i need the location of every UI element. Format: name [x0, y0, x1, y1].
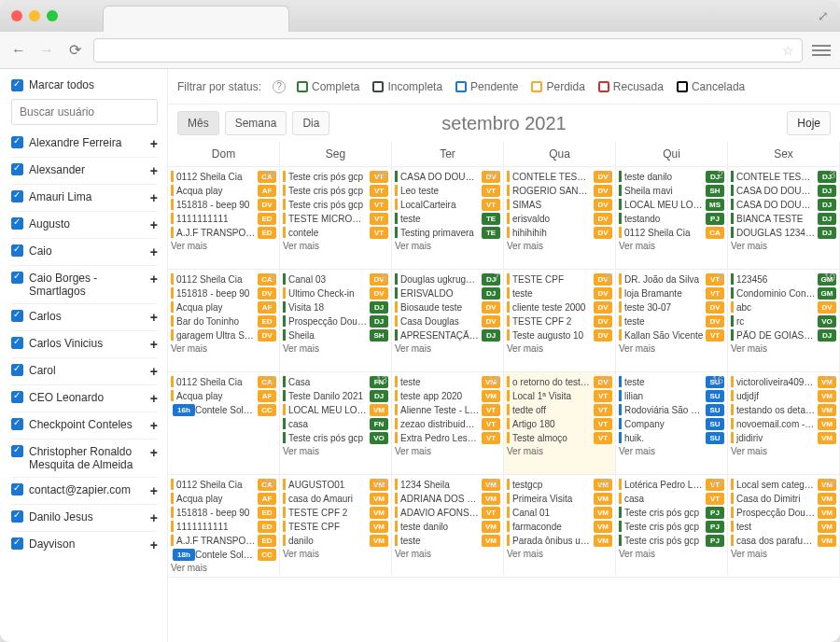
calendar-event[interactable]: LocalCarteiraVT: [395, 198, 500, 211]
calendar-event[interactable]: Condominio ConteleGM: [731, 286, 836, 300]
user-row[interactable]: Alexsander+: [11, 157, 158, 184]
calendar-cell[interactable]: 15o retorno do teste retDVLocal 1ª Visit…: [504, 372, 616, 475]
calendar-event[interactable]: Casa DouglasDV: [395, 314, 500, 328]
calendar-event[interactable]: Acqua playAF: [171, 184, 276, 197]
calendar-event[interactable]: 0112 Sheila CiaCA: [619, 226, 724, 239]
calendar-event[interactable]: CONTELE TESTE 10DV: [507, 170, 612, 183]
user-checkbox[interactable]: [11, 190, 23, 202]
user-checkbox[interactable]: [11, 244, 23, 257]
calendar-event[interactable]: ADAVIO AFONSO LVT: [395, 506, 500, 519]
calendar-event[interactable]: 123456GM: [731, 272, 836, 286]
calendar-event[interactable]: Kallan São VicenteVT: [619, 328, 724, 342]
calendar-event[interactable]: Acqua playAF: [171, 492, 276, 505]
see-more-link[interactable]: Ver mais: [619, 446, 724, 456]
calendar-event[interactable]: 1111111111ED: [171, 212, 276, 225]
calendar-event[interactable]: CASA DO DOUGLASDV: [395, 170, 500, 183]
calendar-event[interactable]: CASA DO DOUGLASDJ: [731, 198, 836, 211]
filter-incompleta[interactable]: Incompleta: [372, 80, 442, 93]
calendar-cell[interactable]: 9DR. João da SilvaVTloja BramanteVTteste…: [616, 270, 728, 372]
calendar-cell[interactable]: 13CasaFNTeste Danilo 2021DJLOCAL MEU LOC…: [280, 372, 392, 475]
calendar-event[interactable]: Biosaude testeDV: [395, 300, 500, 314]
user-checkbox[interactable]: [11, 310, 23, 322]
user-checkbox[interactable]: [11, 418, 23, 430]
user-row[interactable]: Carlos+: [11, 303, 158, 330]
see-more-link[interactable]: Ver mais: [171, 563, 276, 573]
calendar-event[interactable]: teste 30-07DV: [619, 300, 724, 314]
calendar-event[interactable]: ERISVALDODJ: [395, 286, 500, 300]
user-row[interactable]: Augusto+: [11, 211, 158, 238]
calendar-event[interactable]: Teste cris pós gcpPJ: [619, 506, 724, 519]
bookmark-star-icon[interactable]: ☆: [782, 43, 794, 58]
calendar-event[interactable]: Sheila maviSH: [619, 184, 724, 197]
search-user-input[interactable]: [11, 99, 158, 125]
user-row[interactable]: Checkpoint Conteles+: [11, 412, 158, 439]
calendar-event[interactable]: Parada ônibus ultraVM: [507, 534, 612, 547]
calendar-event[interactable]: 151818 - beep 90ED: [171, 506, 276, 519]
calendar-event[interactable]: hihihihihDV: [507, 226, 612, 239]
calendar-event[interactable]: tedte offVT: [507, 403, 612, 416]
calendar-event[interactable]: Teste cris pós gcpPJ: [619, 520, 724, 533]
see-more-link[interactable]: Ver mais: [731, 446, 836, 456]
select-all-checkbox[interactable]: [11, 79, 23, 91]
calendar-event[interactable]: CASA DO DOUGLAS VDJ: [731, 184, 836, 197]
calendar-event[interactable]: Teste cris pós gcpVT: [283, 184, 388, 197]
filter-perdida[interactable]: Perdida: [531, 80, 584, 93]
expand-user-icon[interactable]: +: [150, 418, 158, 433]
calendar-event[interactable]: 18hContele Soluções TCC: [171, 548, 276, 561]
calendar-event[interactable]: TESTE MICROSUMVT: [283, 212, 388, 225]
calendar-event[interactable]: 0112 Sheila CiaCA: [171, 375, 276, 388]
calendar-event[interactable]: 151818 - beep 90DV: [171, 286, 276, 300]
help-icon[interactable]: ?: [273, 80, 286, 93]
calendar-event[interactable]: teste daniloDJ: [619, 170, 724, 183]
calendar-event[interactable]: DOUGLAS 12345678DJ: [731, 226, 836, 239]
calendar-event[interactable]: 16hContele Soluções TCC: [171, 403, 276, 416]
calendar-event[interactable]: TESTE CPF 2VM: [283, 506, 388, 519]
calendar-event[interactable]: teste daniloVM: [395, 520, 500, 533]
calendar-event[interactable]: Local 1ª VisitaVT: [507, 389, 612, 402]
calendar-event[interactable]: udjdjfVM: [731, 389, 836, 402]
calendar-event[interactable]: testandoPJ: [619, 212, 724, 225]
expand-user-icon[interactable]: +: [150, 136, 158, 151]
calendar-event[interactable]: 1234 SheilaVM: [395, 478, 500, 491]
today-button[interactable]: Hoje: [787, 111, 831, 135]
user-checkbox[interactable]: [11, 163, 23, 175]
expand-user-icon[interactable]: +: [150, 190, 158, 205]
see-more-link[interactable]: Ver mais: [619, 343, 724, 354]
calendar-event[interactable]: casa dos parafusosVM: [731, 534, 836, 547]
expand-user-icon[interactable]: +: [150, 445, 158, 460]
calendar-event[interactable]: zezao distribuidora deVT: [395, 417, 500, 430]
calendar-cell[interactable]: 50112 Sheila CiaCA151818 - beep 90DVAcqu…: [168, 270, 280, 372]
calendar-cell[interactable]: 22testgcpVMPrimeira VisitaVMCanal 01VMfa…: [504, 475, 616, 578]
calendar-event[interactable]: Testing primaveraTE: [395, 226, 500, 239]
see-more-link[interactable]: Ver mais: [283, 241, 388, 251]
expand-user-icon[interactable]: +: [150, 163, 158, 178]
user-checkbox[interactable]: [11, 272, 23, 284]
calendar-event[interactable]: Rodoviária São VicenteSU: [619, 403, 724, 416]
user-checkbox[interactable]: [11, 483, 23, 495]
view-month-button[interactable]: Mês: [177, 111, 219, 135]
calendar-event[interactable]: A.J.F TRANSPORTE EED: [171, 226, 276, 239]
forward-button[interactable]: →: [37, 41, 56, 60]
calendar-event[interactable]: TESTE CPFDV: [507, 272, 612, 286]
address-bar[interactable]: ☆: [93, 38, 803, 63]
expand-user-icon[interactable]: +: [150, 272, 158, 286]
calendar-event[interactable]: testVM: [731, 520, 836, 533]
calendar-cell[interactable]: 3CONTELE TESTE 10DJCASA DO DOUGLAS VDJCA…: [728, 167, 840, 270]
calendar-event[interactable]: Teste cris pós gcpVT: [283, 170, 388, 183]
calendar-event[interactable]: Acqua playAF: [171, 389, 276, 402]
calendar-event[interactable]: 0112 Sheila CiaCA: [171, 170, 276, 183]
calendar-event[interactable]: Casa do DimitriVM: [731, 492, 836, 505]
user-checkbox[interactable]: [11, 217, 23, 230]
see-more-link[interactable]: Ver mais: [731, 241, 836, 251]
calendar-event[interactable]: Acqua playAF: [171, 300, 276, 314]
calendar-cell[interactable]: 24Local sem categoriaVMCasa do DimitriVM…: [728, 475, 840, 578]
user-checkbox[interactable]: [11, 337, 23, 349]
calendar-event[interactable]: Local sem categoriaVM: [731, 478, 836, 491]
calendar-event[interactable]: 151818 - beep 90DV: [171, 198, 276, 211]
calendar-cell[interactable]: 30Teste cris pós gcpVTTeste cris pós gcp…: [280, 167, 392, 270]
calendar-event[interactable]: erisvaldoDV: [507, 212, 612, 225]
see-more-link[interactable]: Ver mais: [395, 343, 500, 354]
menu-icon[interactable]: [812, 45, 831, 56]
calendar-event[interactable]: Artigo 180VT: [507, 417, 612, 430]
calendar-event[interactable]: abcDV: [731, 300, 836, 314]
